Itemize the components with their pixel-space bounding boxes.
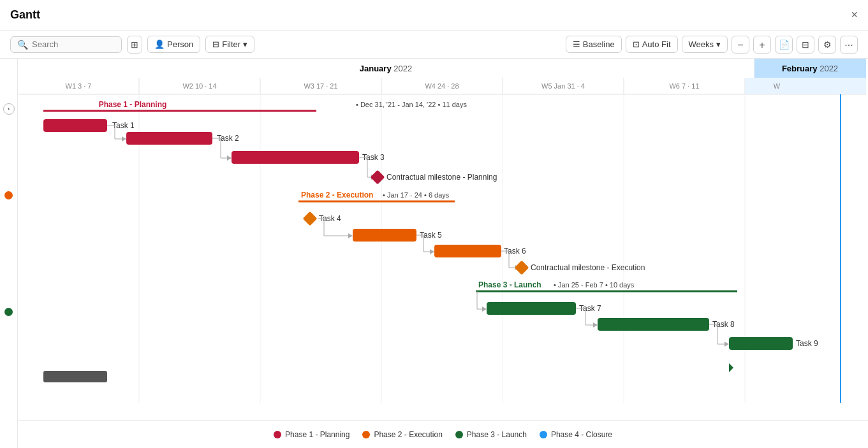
svg-text:• Jan 17 - 24 • 6 days: • Jan 17 - 24 • 6 days	[383, 191, 450, 199]
baseline-button[interactable]: ☰ Baseline	[566, 36, 622, 53]
gantt-sidebar: ›	[0, 59, 18, 448]
svg-text:• Dec 31, '21 - Jan 14, '22 • : • Dec 31, '21 - Jan 14, '22 • 11 days	[356, 101, 467, 108]
filter-label: Filter	[222, 40, 240, 49]
app-header: Gantt ×	[0, 0, 868, 31]
svg-text:Task 9: Task 9	[796, 339, 818, 348]
svg-marker-87	[593, 322, 598, 328]
gantt-svg: January 2022 February 2022	[18, 59, 866, 403]
app-title: Gantt	[10, 8, 40, 22]
svg-marker-93	[725, 342, 729, 347]
person-label: Person	[167, 40, 193, 49]
weeks-label: Weeks	[689, 40, 714, 49]
svg-rect-62	[353, 229, 416, 242]
svg-text:W6  7 · 11: W6 7 · 11	[669, 82, 699, 90]
search-icon: 🔍	[17, 40, 28, 50]
svg-text:Task 1: Task 1	[112, 121, 135, 130]
weeks-selector[interactable]: Weeks ▾	[682, 36, 728, 53]
svg-rect-96	[43, 371, 107, 382]
legend-item-phase1: Phase 1 - Planning	[274, 430, 349, 439]
legend-dot-phase2	[362, 431, 370, 438]
person-button[interactable]: 👤 Person	[147, 36, 200, 53]
svg-text:W: W	[774, 82, 781, 90]
search-box: 🔍	[10, 36, 122, 53]
more-button[interactable]: ···	[840, 36, 858, 54]
svg-text:W1  3 · 7: W1 3 · 7	[66, 82, 92, 90]
toolbar-right: ☰ Baseline ⊡ Auto Fit Weeks ▾ − + 📄 ⊟ ⚙	[566, 36, 858, 54]
svg-rect-74	[515, 261, 529, 275]
svg-rect-21	[745, 78, 866, 94]
autofit-label: Auto Fit	[642, 40, 671, 49]
legend-item-phase3: Phase 3 - Launch	[455, 430, 527, 439]
legend-dot-phase4	[540, 431, 547, 438]
svg-text:W3  17 · 21: W3 17 · 21	[304, 82, 337, 90]
legend-label-phase1: Phase 1 - Planning	[285, 430, 349, 439]
legend-label-phase4: Phase 4 - Closure	[551, 430, 612, 439]
svg-text:Phase 3 - Launch: Phase 3 - Launch	[478, 280, 541, 289]
filter-icon: ⊟	[212, 40, 219, 49]
svg-marker-44	[227, 155, 232, 161]
svg-text:February
             2022: February 2022	[782, 64, 838, 73]
svg-rect-68	[434, 245, 501, 257]
svg-marker-38	[122, 136, 126, 141]
legend-dot-phase1	[274, 431, 281, 438]
filter-button[interactable]: ⊟ Filter ▾	[205, 36, 254, 53]
svg-text:• Jan 25 - Feb 7 • 10 days: • Jan 25 - Feb 7 • 10 days	[554, 281, 635, 289]
settings-button[interactable]: ⚙	[818, 36, 836, 54]
close-button[interactable]: ×	[851, 8, 858, 22]
svg-text:W4  24 · 28: W4 24 · 28	[425, 82, 459, 90]
toolbar-left: 🔍 ⊞ 👤 Person ⊟ Filter ▾	[10, 36, 254, 54]
app-root: Gantt × 🔍 ⊞ 👤 Person ⊟ Filter ▾	[0, 0, 868, 448]
toolbar: 🔍 ⊞ 👤 Person ⊟ Filter ▾ ☰ Baseline	[0, 31, 868, 59]
legend-label-phase3: Phase 3 - Launch	[467, 430, 527, 439]
search-input[interactable]	[32, 40, 115, 49]
zoom-out-button[interactable]: −	[732, 36, 749, 54]
svg-text:Phase 2 - Execution: Phase 2 - Execution	[301, 191, 373, 199]
baseline-label: Baseline	[583, 40, 615, 49]
legend-item-phase4: Phase 4 - Closure	[540, 430, 612, 439]
phase2-dot	[4, 191, 13, 199]
svg-marker-61	[348, 233, 353, 238]
svg-rect-82	[487, 302, 576, 315]
svg-text:Contractual milestone - Execut: Contractual milestone - Execution	[531, 263, 645, 272]
svg-text:W5  Jan 31 · 4: W5 Jan 31 · 4	[541, 82, 585, 90]
table-view-button[interactable]: ⊞	[127, 36, 142, 54]
legend: Phase 1 - Planning Phase 2 - Execution P…	[18, 420, 868, 448]
svg-rect-39	[126, 132, 212, 145]
svg-rect-45	[232, 151, 359, 164]
chevron-down-icon2: ▾	[716, 40, 721, 49]
chevron-down-icon: ▾	[243, 40, 247, 49]
person-icon: 👤	[154, 40, 165, 49]
svg-marker-67	[430, 249, 434, 254]
legend-dot-phase3	[455, 431, 463, 438]
svg-text:Phase 1 - Planning: Phase 1 - Planning	[99, 100, 167, 109]
zoom-in-button[interactable]: +	[753, 36, 771, 54]
gantt-scroll-area[interactable]: January 2022 February 2022	[18, 59, 868, 420]
legend-item-phase2: Phase 2 - Execution	[362, 430, 442, 439]
svg-marker-81	[482, 307, 487, 312]
svg-text:W2  10 · 14: W2 10 · 14	[182, 82, 216, 90]
autofit-button[interactable]: ⊡ Auto Fit	[626, 36, 678, 53]
svg-rect-56	[303, 212, 318, 226]
svg-rect-51	[371, 170, 385, 185]
svg-text:Contractual milestone - Planni: Contractual milestone - Planning	[386, 173, 497, 182]
svg-rect-88	[598, 318, 709, 331]
fit-screen-button[interactable]: ⊟	[797, 36, 814, 54]
svg-marker-97	[729, 363, 733, 372]
svg-rect-94	[729, 337, 793, 350]
legend-label-phase2: Phase 2 - Execution	[374, 430, 442, 439]
phase3-dot	[4, 308, 13, 316]
autofit-icon: ⊡	[633, 40, 640, 49]
baseline-icon: ☰	[573, 40, 580, 49]
export-button[interactable]: 📄	[775, 36, 793, 54]
svg-rect-33	[43, 119, 107, 132]
svg-text:January
             2022: January 2022	[360, 64, 412, 73]
expand-button[interactable]: ›	[3, 103, 15, 115]
